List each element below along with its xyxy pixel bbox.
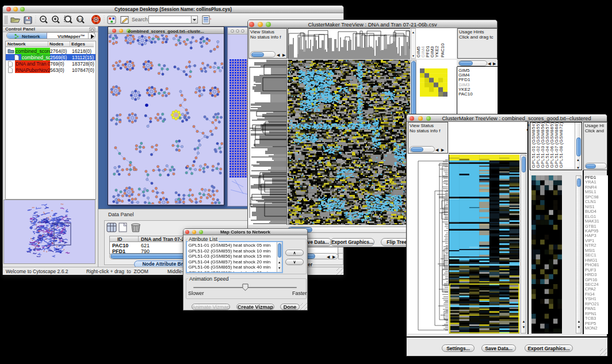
svg-text:1:1: 1:1 [78,18,83,21]
svg-text:GPL51-08 (GSM872): GPL51-08 (GSM872) [559,122,564,168]
svg-text:Search:: Search: [132,17,149,22]
svg-text:PAC10: PAC10 [440,43,445,58]
svg-text:YKE2: YKE2 [434,45,439,58]
